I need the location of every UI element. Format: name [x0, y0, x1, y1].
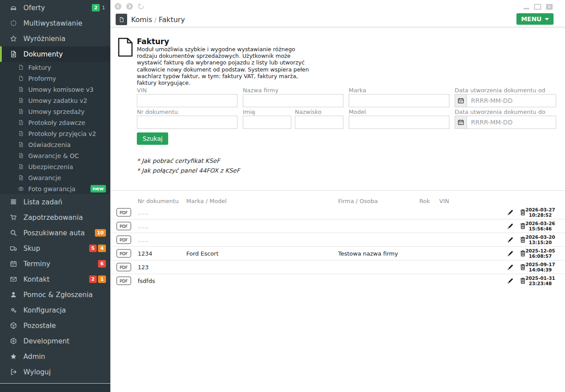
edit-pencil-icon[interactable] [507, 222, 514, 230]
file-text-icon [18, 98, 24, 103]
sidebar-item-multiwystawianie[interactable]: Multiwystawianie [0, 15, 110, 31]
edit-pencil-icon[interactable] [507, 264, 514, 271]
imie-field[interactable] [243, 116, 291, 129]
search-button[interactable]: Szukaj [137, 132, 168, 145]
refresh-icon[interactable] [137, 3, 145, 10]
file-icon [18, 64, 24, 70]
edit-pencil-icon[interactable] [507, 236, 514, 244]
calendar-icon[interactable] [455, 116, 467, 129]
sidebar-item-label: Protokoły przyjęcia v2 [28, 130, 96, 137]
data-do-field[interactable] [467, 116, 556, 129]
pdf-button[interactable]: PDF [117, 277, 131, 285]
sidebar-item-label: Wyróżnienia [23, 35, 65, 43]
vin-field[interactable] [137, 94, 237, 107]
file-text-icon [18, 153, 24, 158]
sidebar-item-poszukiwane-auta[interactable]: Poszukiwane auta10 [0, 225, 110, 241]
marka-field[interactable] [349, 94, 449, 107]
sidebar-item-skup[interactable]: Skup54 [0, 241, 110, 256]
document-icon [119, 16, 124, 23]
pdf-button[interactable]: PDF [117, 249, 131, 258]
window-controls: ✕ [524, 4, 553, 10]
sidebar-subitem-faktury[interactable]: Faktury [0, 62, 110, 73]
sidebar-item-pozostałe[interactable]: Pozostałe [0, 318, 110, 333]
sidebar-footer [0, 384, 110, 392]
breadcrumb: Komis/Faktury [116, 14, 185, 25]
menu-button[interactable]: MENU [516, 13, 554, 25]
pdf-button[interactable]: PDF [117, 263, 131, 271]
nr-dokumentu-field[interactable] [137, 116, 237, 129]
status-badge: 1 [101, 4, 106, 11]
pdf-button[interactable]: PDF [117, 222, 131, 230]
sidebar-subitem-protokoły-przyjęcia-v2[interactable]: PProtokoły przyjęcia v2 [0, 128, 110, 139]
edit-pencil-icon[interactable] [507, 250, 514, 257]
sidebar-item-zapotrzebowania[interactable]: Zapotrzebowania [0, 210, 110, 225]
sidebar-item-terminy[interactable]: Terminy6 [0, 256, 110, 271]
sidebar-subitem-oświadczenia[interactable]: Oświadczenia [0, 139, 110, 150]
ksef-connect-link[interactable]: * Jak połączyć panel 44FOX z KSeF [137, 167, 240, 174]
ksef-certificate-link[interactable]: * Jak pobrać certyfikat KSeF [137, 157, 220, 164]
gears-icon [9, 306, 18, 314]
created-timestamp: 2026-03-2013:15:20 [524, 234, 557, 245]
sidebar-subitem-gwarancje-oc[interactable]: Gwarancje & OC [0, 150, 110, 161]
sidebar-item-label: Kontakt [23, 275, 49, 283]
badges: 21 [92, 4, 106, 11]
sidebar-item-konfiguracja[interactable]: Konfiguracja [0, 302, 110, 318]
sidebar-item-label: Skup [23, 245, 40, 253]
sidebar-item-label: Umowy zadatku v2 [28, 97, 87, 104]
badges: 21 [89, 275, 106, 283]
sidebar-item-development[interactable]: Development [0, 333, 110, 349]
invoice-table: PDF.....2026-03-2710:28:52PDF.....2026-0… [110, 206, 565, 287]
nazwisko-field[interactable] [295, 116, 343, 129]
breadcrumb-separator: / [154, 16, 157, 23]
created-timestamp: 2025-12-0516:08:57 [524, 248, 557, 259]
data-od-field[interactable] [467, 94, 556, 107]
sidebar-subitem-umowy-komisowe-v3[interactable]: Umowy komisowe v3 [0, 84, 110, 95]
breadcrumb-page: Faktury [159, 15, 185, 24]
pdf-button[interactable]: PDF [117, 236, 131, 244]
nazwisko-label: Nazwisko [295, 109, 322, 115]
pdf-cell: PDF [117, 277, 131, 285]
signout-icon [9, 368, 18, 376]
badges: 54 [89, 245, 106, 252]
sidebar-item-label: Poszukiwane auta [23, 229, 85, 237]
sidebar-item-dokumenty[interactable]: Dokumenty [0, 46, 110, 62]
edit-pencil-icon[interactable] [507, 209, 514, 216]
page-title: Faktury [137, 37, 169, 46]
table-row: PDFfsdfds2025-01-3123:23:48 [110, 274, 565, 287]
sidebar-item-wyróżnienia[interactable]: Wyróżnienia [0, 31, 110, 46]
file-text-icon [18, 142, 24, 147]
sidebar-item-pomoc-zgłoszenia[interactable]: Pomoc & Zgłoszenia [0, 287, 110, 302]
file-p-icon: P [18, 131, 24, 136]
close-icon[interactable]: ✕ [546, 4, 553, 10]
status-badge: 2 [92, 4, 100, 11]
sidebar-subitem-umowy-zadatku-v2[interactable]: Umowy zadatku v2 [0, 95, 110, 106]
maximize-icon[interactable] [534, 4, 541, 10]
data-do-group [455, 116, 556, 129]
calendar-icon [9, 260, 18, 268]
sidebar-item-kontakt[interactable]: Kontakt21 [0, 271, 110, 287]
nr-dokumentu-label: Nr dokumentu [137, 109, 178, 115]
pdf-button[interactable]: PDF [117, 208, 131, 217]
main-panel: ✕ Komis/Faktury MENU Faktury Moduł umożl… [110, 0, 565, 392]
sidebar-item-lista-zadań[interactable]: Lista zadań [0, 194, 110, 210]
calendar-icon[interactable] [455, 94, 467, 107]
sidebar-item-wyloguj[interactable]: Wyloguj [0, 364, 110, 380]
nazwa-firmy-field[interactable] [243, 94, 343, 107]
sidebar-subitem-gwarancje[interactable]: Gwarancje [0, 172, 110, 183]
sidebar-subitem-foto-gwarancja[interactable]: Foto gwarancjanew [0, 183, 110, 194]
sidebar-subitem-umowy-sprzedaży[interactable]: Umowy sprzedaży [0, 106, 110, 117]
sidebar-subitem-ubezpieczenia[interactable]: Ubezpieczenia [0, 161, 110, 172]
sidebar-subitem-protokoły-zdawcze[interactable]: PProtokoły zdawcze [0, 117, 110, 128]
sidebar-item-oferty[interactable]: Oferty21 [0, 0, 110, 15]
model-field[interactable] [349, 116, 449, 129]
minimize-icon[interactable] [524, 8, 529, 9]
breadcrumb-section[interactable]: Komis [131, 15, 152, 24]
firma-osoba-cell: Testowa nazwa firmy [338, 250, 398, 257]
pdf-cell: PDF [117, 263, 131, 271]
sidebar-subitem-proformy[interactable]: Proformy [0, 73, 110, 84]
nazwa-firmy-label: Nazwa firmy [243, 87, 279, 94]
back-icon[interactable] [114, 3, 122, 10]
edit-pencil-icon[interactable] [507, 277, 514, 285]
sidebar-item-admin[interactable]: Admin [0, 349, 110, 364]
forward-icon[interactable] [126, 3, 133, 10]
